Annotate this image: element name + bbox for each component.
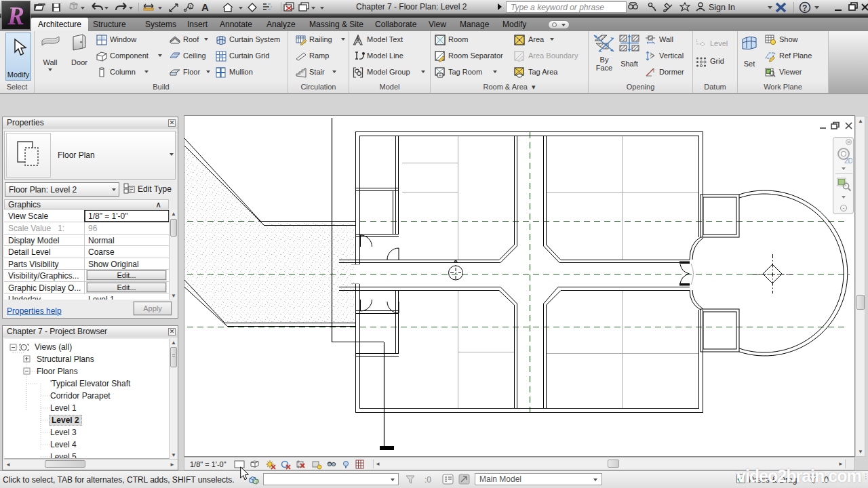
svg-text:1: 1 (189, 4, 192, 9)
svg-text:A: A (201, 1, 209, 13)
svg-text:Sign In: Sign In (709, 3, 735, 12)
svg-text:1: 1 (696, 39, 698, 43)
svg-text:2D: 2D (844, 157, 852, 165)
svg-text:?: ? (802, 3, 807, 13)
